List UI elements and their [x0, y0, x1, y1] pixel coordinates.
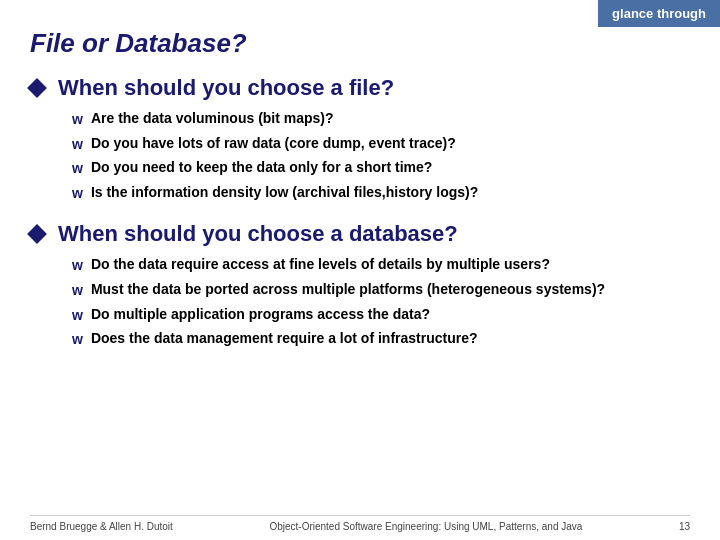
list-item: wDo multiple application programs access… [72, 305, 690, 326]
bullet-text: Do you have lots of raw data (core dump,… [91, 134, 456, 154]
file-section-title: When should you choose a file? [58, 75, 394, 101]
bullet-text: Does the data management require a lot o… [91, 329, 478, 349]
database-section-header: When should you choose a database? [30, 221, 690, 247]
database-section-title: When should you choose a database? [58, 221, 458, 247]
bullet-text: Do you need to keep the data only for a … [91, 158, 433, 178]
main-content: When should you choose a file? wAre the … [30, 75, 690, 368]
bullet-text: Is the information density low (archival… [91, 183, 478, 203]
list-item: wDoes the data management require a lot … [72, 329, 690, 350]
list-item: wDo you have lots of raw data (core dump… [72, 134, 690, 155]
bullet-icon: w [72, 256, 83, 276]
footer-right: 13 [679, 521, 690, 532]
bullet-text: Do the data require access at fine level… [91, 255, 550, 275]
footer: Bernd Bruegge & Allen H. Dutoit Object-O… [30, 515, 690, 532]
bullet-text: Are the data voluminous (bit maps)? [91, 109, 334, 129]
list-item: wDo the data require access at fine leve… [72, 255, 690, 276]
bullet-icon: w [72, 184, 83, 204]
bullet-text: Must the data be ported across multiple … [91, 280, 605, 300]
bullet-icon: w [72, 110, 83, 130]
database-section: When should you choose a database? wDo t… [30, 221, 690, 349]
bullet-icon: w [72, 159, 83, 179]
page-title: File or Database? [30, 28, 247, 59]
footer-left: Bernd Bruegge & Allen H. Dutoit [30, 521, 173, 532]
file-section-header: When should you choose a file? [30, 75, 690, 101]
bullet-icon: w [72, 281, 83, 301]
file-bullet-list: wAre the data voluminous (bit maps)?wDo … [72, 109, 690, 203]
diamond-icon-2 [27, 224, 47, 244]
bullet-icon: w [72, 330, 83, 350]
footer-center: Object-Oriented Software Engineering: Us… [173, 521, 679, 532]
list-item: wDo you need to keep the data only for a… [72, 158, 690, 179]
list-item: wMust the data be ported across multiple… [72, 280, 690, 301]
list-item: wIs the information density low (archiva… [72, 183, 690, 204]
database-bullet-list: wDo the data require access at fine leve… [72, 255, 690, 349]
bullet-icon: w [72, 306, 83, 326]
diamond-icon-1 [27, 78, 47, 98]
glance-through-badge: glance through [598, 0, 720, 27]
list-item: wAre the data voluminous (bit maps)? [72, 109, 690, 130]
file-section: When should you choose a file? wAre the … [30, 75, 690, 203]
bullet-icon: w [72, 135, 83, 155]
bullet-text: Do multiple application programs access … [91, 305, 430, 325]
